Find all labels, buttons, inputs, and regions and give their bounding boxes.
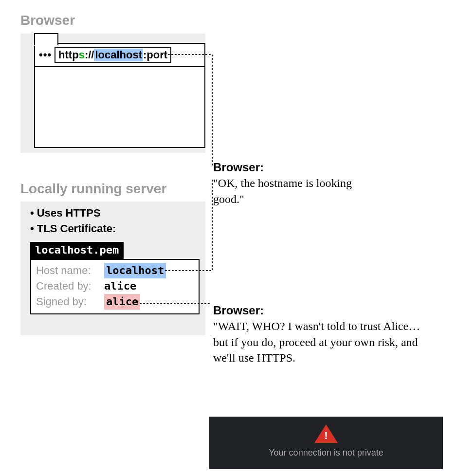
note-warn-body: "WAIT, WHO? I wasn't told to trust Alice… xyxy=(213,318,427,366)
url-box: https://localhost:port xyxy=(55,47,171,63)
cert-hostname-label: Host name: xyxy=(36,263,99,278)
url-port-sep: : xyxy=(143,49,146,61)
cert-filename: localhost.pem xyxy=(30,242,124,259)
url-sep: :// xyxy=(85,49,94,61)
privacy-warning-card: ! Your connection is not private xyxy=(209,417,443,469)
browser-section-heading: Browser xyxy=(20,13,75,28)
url-scheme-http: http xyxy=(58,49,79,61)
server-bullet-https: Uses HTTPS xyxy=(30,205,116,221)
note-hostname-ok: Browser: "OK, the hostname is looking go… xyxy=(213,160,379,207)
cert-created-value: alice xyxy=(104,278,136,294)
cert-row-created: Created by: alice xyxy=(36,278,194,294)
cert-signed-label: Signed by: xyxy=(36,294,99,310)
cert-signed-value: alice xyxy=(104,294,140,310)
ellipsis-icon: ••• xyxy=(39,49,52,61)
url-host: localhost xyxy=(94,49,143,61)
warning-bang: ! xyxy=(324,429,328,442)
note-ok-title: Browser: xyxy=(213,160,379,175)
privacy-warning-text: Your connection is not private xyxy=(269,448,384,458)
cert-row-hostname: Host name: localhost xyxy=(36,263,194,278)
browser-chrome-bar: ••• https://localhost:port xyxy=(35,44,204,67)
browser-window: ••• https://localhost:port xyxy=(34,43,205,148)
server-bullet-tls: TLS Certificate: xyxy=(30,221,116,237)
note-ok-body: "OK, the hostname is looking good." xyxy=(213,175,379,207)
cert-row-signed: Signed by: alice xyxy=(36,294,194,310)
note-warn-title: Browser: xyxy=(213,303,427,318)
cert-created-label: Created by: xyxy=(36,278,99,294)
cert-hostname-value: localhost xyxy=(104,263,166,278)
cert-box: Host name: localhost Created by: alice S… xyxy=(30,259,200,314)
server-section-heading: Locally running server xyxy=(20,181,166,197)
warning-triangle-icon: ! xyxy=(314,424,338,443)
url-port: port xyxy=(146,49,167,61)
server-bullets: Uses HTTPS TLS Certificate: xyxy=(30,205,116,237)
note-signer-warn: Browser: "WAIT, WHO? I wasn't told to tr… xyxy=(213,303,427,366)
url-scheme-s: s xyxy=(79,49,85,61)
